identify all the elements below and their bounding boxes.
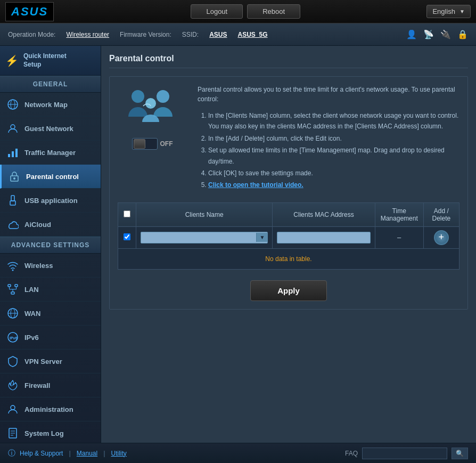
utility-link[interactable]: Utility [111, 450, 127, 457]
help-support-link[interactable]: Help & Support [20, 450, 63, 457]
svg-point-25 [11, 405, 15, 410]
ssid-asus-5g: ASUS_5G [237, 31, 267, 38]
sidebar-item-guest-network[interactable]: Guest Network [0, 117, 101, 141]
faq-search-button[interactable]: 🔍 [452, 448, 468, 459]
main-layout: ⚡ Quick InternetSetup General Network Ma… [0, 46, 476, 443]
th-add-delete: Add / Delete [423, 202, 459, 226]
sidebar-item-usb-application[interactable]: USB application [0, 189, 101, 213]
svg-point-31 [157, 90, 169, 103]
sidebar-item-ipv6[interactable]: IPv6 IPv6 [0, 326, 101, 350]
sidebar-item-aicloud[interactable]: AiCloud [0, 213, 101, 237]
firmware-label: Firmware Version: [120, 31, 171, 38]
language-arrow-icon: ▼ [459, 9, 465, 14]
system-log-icon [6, 427, 19, 440]
quick-internet-setup[interactable]: ⚡ Quick InternetSetup [0, 46, 101, 76]
vpn-server-icon [6, 355, 19, 368]
sidebar-item-wireless[interactable]: Wireless [0, 254, 101, 278]
footer-separator-2: | [103, 449, 105, 457]
firewall-icon [6, 379, 19, 392]
sidebar-item-parental-control[interactable]: Parental control [0, 165, 101, 189]
svg-point-32 [145, 98, 156, 109]
svg-rect-15 [11, 292, 14, 294]
mac-address-input[interactable] [277, 232, 370, 243]
faq-label: FAQ [345, 450, 358, 457]
client-name-input[interactable] [141, 232, 256, 243]
content-inner: OFF Parental control allows you to set t… [109, 76, 468, 310]
apply-button[interactable]: Apply [250, 280, 327, 301]
network-icon: 📡 [423, 29, 434, 39]
footer: ⓘ Help & Support | Manual | Utility FAQ … [0, 443, 476, 463]
guest-network-icon [6, 122, 19, 135]
sidebar-item-traffic-manager[interactable]: Traffic Manager [0, 141, 101, 165]
parental-control-icon [8, 170, 21, 183]
toggle-label: OFF [160, 140, 173, 148]
person-icon: 👤 [406, 29, 417, 39]
svg-point-3 [11, 125, 15, 129]
page-title: Parental control [109, 54, 468, 68]
operation-bar: Operation Mode: Wireless router Firmware… [0, 23, 476, 46]
row-checkbox-cell [118, 226, 136, 248]
row-checkbox[interactable] [124, 233, 130, 240]
toggle-knob [134, 139, 145, 149]
sidebar-item-network-map[interactable]: Network Map [0, 93, 101, 117]
logo: ASUS [5, 2, 54, 21]
sidebar-item-ipv6-label: IPv6 [24, 334, 39, 342]
th-clients-name: Clients Name [136, 202, 273, 226]
intro-description: Parental control allows you to set the t… [198, 85, 459, 104]
svg-rect-4 [8, 154, 10, 157]
logout-button[interactable]: Logout [191, 4, 243, 19]
manual-link[interactable]: Manual [77, 450, 97, 457]
lock-icon: 🔒 [457, 29, 468, 39]
content-area: Parental control [101, 46, 476, 443]
sidebar: ⚡ Quick InternetSetup General Network Ma… [0, 46, 101, 443]
client-name-input-wrap: ▼ [141, 232, 268, 243]
select-all-checkbox[interactable] [124, 210, 130, 217]
sidebar-item-wan[interactable]: WAN [0, 302, 101, 326]
intro-area: OFF Parental control allows you to set t… [118, 85, 459, 192]
toggle-track[interactable] [132, 138, 158, 150]
svg-rect-13 [8, 285, 11, 287]
mac-address-cell [273, 226, 375, 248]
sidebar-item-network-map-label: Network Map [24, 101, 68, 109]
table-row: ▼ – + [118, 226, 459, 248]
traffic-manager-icon [6, 146, 19, 159]
no-data-row: No data in table. [118, 248, 459, 269]
sidebar-item-administration[interactable]: Administration [0, 397, 101, 421]
sidebar-item-lan[interactable]: LAN [0, 278, 101, 302]
top-bar: ASUS Logout Reboot English ▼ [0, 0, 476, 23]
tutorial-video-link[interactable]: Click to open the tutorial video. [208, 181, 303, 189]
client-name-cell: ▼ [136, 226, 273, 248]
svg-rect-10 [10, 201, 15, 205]
language-selector[interactable]: English ▼ [426, 5, 471, 18]
intro-steps: In the [Clients Name] column, select the… [198, 110, 459, 191]
ipv6-icon: IPv6 [6, 331, 19, 344]
sidebar-item-wireless-label: Wireless [24, 262, 53, 270]
general-section-title: General [0, 76, 101, 93]
sidebar-item-system-log-label: System Log [24, 429, 64, 437]
advanced-section-title: Advanced Settings [0, 237, 101, 254]
client-dropdown-button[interactable]: ▼ [256, 233, 267, 242]
intro-text: Parental control allows you to set the t… [198, 85, 459, 192]
logo-text: ASUS [11, 5, 48, 18]
operation-mode-label: Operation Mode: [8, 31, 55, 38]
th-time-management: Time Management [375, 202, 423, 226]
svg-point-8 [13, 177, 15, 180]
svg-rect-6 [15, 149, 18, 157]
op-icons: 👤 📡 🔌 🔒 [406, 29, 468, 39]
sidebar-item-vpn-server[interactable]: VPN Server [0, 350, 101, 373]
svg-point-30 [132, 90, 144, 103]
sidebar-item-vpn-server-label: VPN Server [24, 358, 62, 365]
no-data-cell: No data in table. [118, 248, 459, 269]
add-button[interactable]: + [434, 230, 449, 245]
sidebar-item-firewall[interactable]: Firewall [0, 373, 101, 397]
operation-mode-value[interactable]: Wireless router [66, 31, 109, 38]
wan-icon [6, 307, 19, 320]
toggle-switch[interactable]: OFF [132, 138, 173, 150]
reboot-button[interactable]: Reboot [247, 4, 300, 19]
sidebar-item-system-log[interactable]: System Log [0, 421, 101, 443]
faq-input[interactable] [362, 448, 447, 459]
footer-faq: FAQ 🔍 [345, 448, 468, 459]
parental-control-table: Clients Name Clients MAC Address Time Ma… [118, 202, 459, 270]
step-1: In the [Clients Name] column, select the… [208, 110, 459, 132]
intro-image-area: OFF [118, 85, 187, 192]
